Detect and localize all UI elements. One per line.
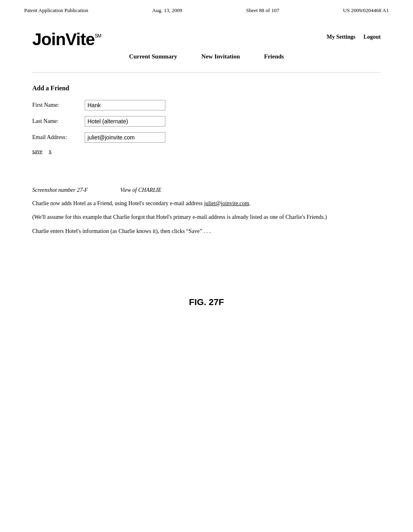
patent-publication-text: Patent Application Publication: [24, 7, 88, 14]
screenshot-label: Screenshot number 27-F View of CHARLIE: [32, 187, 381, 193]
description-paragraph2: (We'll assume for this example that Char…: [32, 213, 381, 222]
last-name-label: Last Name:: [32, 118, 85, 125]
first-name-label: First Name:: [32, 102, 85, 108]
description-paragraph1: Charlie now adds Hotel as a Friend, usin…: [32, 199, 381, 208]
form-actions: save x: [32, 148, 381, 155]
tab-friends[interactable]: Friends: [264, 53, 284, 60]
save-button[interactable]: save: [32, 148, 42, 155]
email-input[interactable]: [85, 132, 165, 143]
patent-number: US 2009/0204468 A1: [343, 7, 389, 14]
tab-new-invitation[interactable]: New Invitation: [201, 53, 240, 60]
logo-superscript: SM: [95, 33, 101, 39]
form-title: Add a Friend: [32, 85, 381, 92]
figure-label: FIG. 27F: [0, 297, 413, 308]
first-name-row: First Name:: [32, 100, 381, 110]
view-label: View of CHARLIE: [120, 187, 161, 193]
logo-text: JoinVite: [32, 30, 95, 49]
add-friend-form: Add a Friend First Name: Last Name: Emai…: [32, 81, 381, 163]
app-container: JoinViteSM My Settings Logout Current Su…: [0, 18, 413, 249]
email-row: Email Address:: [32, 132, 381, 143]
app-header: JoinViteSM My Settings Logout: [32, 30, 381, 49]
patent-sheet: Sheet 88 of 107: [246, 7, 279, 14]
nav-tabs: Current Summary New Invitation Friends: [32, 53, 381, 60]
email-label: Email Address:: [32, 134, 85, 141]
screenshot-number: Screenshot number 27-F: [32, 187, 88, 193]
description-paragraph3: Charlie enters Hotel's information (as C…: [32, 227, 381, 236]
logout-link[interactable]: Logout: [363, 34, 381, 40]
email-link[interactable]: juliet@joinvite.com: [204, 200, 249, 206]
last-name-row: Last Name:: [32, 116, 381, 127]
last-name-input[interactable]: [85, 116, 165, 127]
first-name-input[interactable]: [85, 100, 165, 110]
divider: [32, 72, 381, 73]
nav-top: My Settings Logout: [327, 30, 381, 40]
logo: JoinViteSM: [32, 30, 95, 49]
my-settings-link[interactable]: My Settings: [327, 34, 355, 40]
patent-date: Aug. 13, 2009: [152, 7, 182, 14]
tab-current-summary[interactable]: Current Summary: [129, 53, 177, 60]
cancel-button[interactable]: x: [49, 148, 52, 155]
description-section: Screenshot number 27-F View of CHARLIE C…: [32, 187, 381, 236]
patent-header: Patent Application Publication Aug. 13, …: [0, 0, 413, 18]
